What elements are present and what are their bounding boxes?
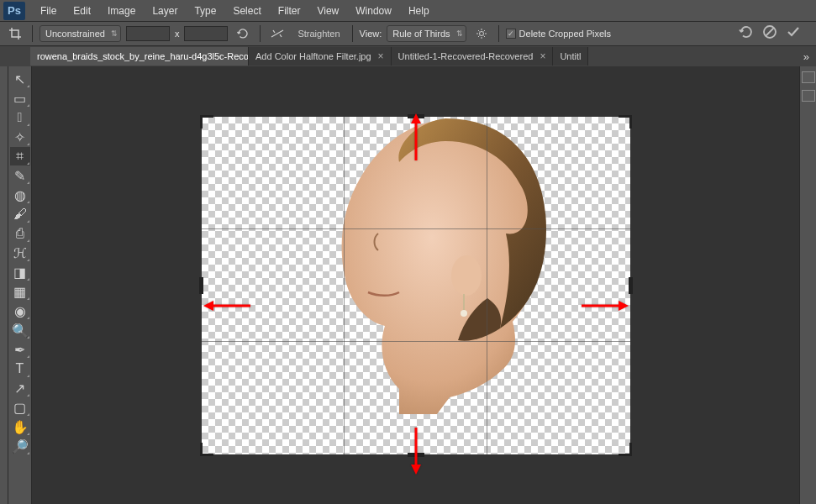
canvas-area[interactable] <box>32 66 799 504</box>
checkbox-icon: ✓ <box>506 29 516 39</box>
crop-handle-top-right[interactable] <box>619 115 632 129</box>
delete-cropped-pixels-checkbox[interactable]: ✓ Delete Cropped Pixels <box>506 29 611 39</box>
document-tab[interactable]: Untitled-1-Recovered-Recovered × <box>392 47 554 66</box>
crop-width-input[interactable] <box>126 26 170 41</box>
crop-tool[interactable]: ⌗ <box>10 147 30 165</box>
menu-layer[interactable]: Layer <box>144 2 186 20</box>
clone-stamp-tool[interactable]: ⎙ <box>10 224 30 243</box>
move-tool[interactable]: ↖ <box>10 70 30 88</box>
separator <box>32 25 33 42</box>
hand-tool[interactable]: ✋ <box>10 417 30 436</box>
view-label: View: <box>360 29 382 39</box>
svg-marker-9 <box>411 113 421 123</box>
commit-crop-icon[interactable] <box>786 24 801 43</box>
document-image <box>319 112 563 414</box>
tab-label: Add Color Halftone Filter.jpg <box>255 51 371 61</box>
main-workspace: ↖▭𓍯✧⌗✎◍🖌⎙ℋ◨▦◉🔍✒T↗▢✋🔎 <box>0 66 816 504</box>
application-menu-bar: Ps File Edit Image Layer Type Select Fil… <box>0 0 816 21</box>
crop-tool-icon[interactable] <box>5 25 25 42</box>
history-brush-tool[interactable]: ℋ <box>10 244 30 262</box>
tools-panel: ↖▭𓍯✧⌗✎◍🖌⎙ℋ◨▦◉🔍✒T↗▢✋🔎 <box>8 66 32 504</box>
menu-help[interactable]: Help <box>400 2 438 20</box>
panel-icon[interactable] <box>802 90 815 102</box>
svg-point-0 <box>479 32 483 36</box>
aspect-ratio-dropdown[interactable]: Unconstrained <box>39 25 121 42</box>
document-tab-active[interactable]: rowena_braids_stock_by_reine_haru-d4g3l5… <box>30 47 249 66</box>
crop-overlay-dropdown[interactable]: Rule of Thirds <box>387 25 466 42</box>
tab-label: Untitled-1-Recovered-Recovered <box>398 51 534 61</box>
dodge-tool[interactable]: 🔍 <box>10 321 30 339</box>
annotation-arrow-down <box>410 428 422 475</box>
panel-icon[interactable] <box>802 71 815 83</box>
brush-tool[interactable]: 🖌 <box>10 205 30 223</box>
document-tab[interactable]: Add Color Halftone Filter.jpg × <box>249 47 392 66</box>
shape-tool[interactable]: ▢ <box>10 398 30 417</box>
type-tool[interactable]: T <box>10 360 30 378</box>
zoom-tool[interactable]: 🔎 <box>10 437 30 455</box>
separator <box>498 25 499 42</box>
annotation-arrow-right <box>582 300 629 312</box>
menu-image[interactable]: Image <box>99 2 144 20</box>
crop-handle-bottom-left[interactable] <box>200 443 213 456</box>
crop-handle-right[interactable] <box>629 277 633 294</box>
separator <box>352 25 353 42</box>
path-select-tool[interactable]: ↗ <box>10 379 30 397</box>
commit-actions <box>739 24 811 43</box>
delete-cropped-pixels-label: Delete Cropped Pixels <box>519 29 611 39</box>
app-logo[interactable]: Ps <box>3 2 25 20</box>
pen-tool[interactable]: ✒ <box>10 340 30 359</box>
eyedropper-tool[interactable]: ✎ <box>10 166 30 185</box>
menu-type[interactable]: Type <box>186 2 224 20</box>
menu-view[interactable]: View <box>308 2 347 20</box>
tab-label: rowena_braids_stock_by_reine_haru-d4g3l5… <box>37 51 249 61</box>
close-icon[interactable]: × <box>540 50 545 62</box>
eraser-tool[interactable]: ◨ <box>10 263 30 281</box>
svg-marker-13 <box>203 301 213 311</box>
dimension-x-label: x <box>175 29 180 39</box>
menu-window[interactable]: Window <box>347 2 400 20</box>
tab-label: Untitl <box>560 51 581 61</box>
svg-line-2 <box>766 28 774 36</box>
crop-height-input[interactable] <box>184 26 228 41</box>
reset-crop-icon[interactable] <box>739 24 754 43</box>
cancel-crop-icon[interactable] <box>762 24 777 43</box>
svg-point-5 <box>451 255 482 296</box>
crop-handle-left[interactable] <box>199 277 203 294</box>
svg-point-6 <box>461 310 467 317</box>
tab-overflow-icon[interactable]: » <box>797 50 816 63</box>
crop-handle-bottom-right[interactable] <box>619 443 632 456</box>
close-icon[interactable]: × <box>378 50 384 62</box>
crop-handle-top-left[interactable] <box>200 115 213 129</box>
blur-tool[interactable]: ◉ <box>10 302 30 320</box>
crop-region[interactable] <box>202 117 630 454</box>
options-bar: Unconstrained x Straighten View: Rule of… <box>0 21 816 46</box>
magic-wand-tool[interactable]: ✧ <box>10 128 30 146</box>
healing-brush-tool[interactable]: ◍ <box>10 186 30 204</box>
annotation-arrow-up <box>410 113 422 160</box>
clear-aspect-icon[interactable] <box>233 25 253 42</box>
menu-select[interactable]: Select <box>224 2 269 20</box>
svg-marker-11 <box>411 465 421 475</box>
straighten-icon[interactable] <box>267 25 287 42</box>
crop-options-gear-icon[interactable] <box>471 25 492 42</box>
tool-strip-grip[interactable] <box>0 66 8 504</box>
gradient-tool[interactable]: ▦ <box>10 282 30 301</box>
lasso-tool[interactable]: 𓍯 <box>10 108 30 127</box>
marquee-tool[interactable]: ▭ <box>10 89 30 108</box>
menu-file[interactable]: File <box>32 2 65 20</box>
separator <box>260 25 261 42</box>
collapsed-panels-strip <box>799 66 816 504</box>
document-tab[interactable]: Untitl <box>553 47 588 66</box>
annotation-arrow-left <box>203 300 250 312</box>
straighten-button[interactable]: Straighten <box>292 27 345 40</box>
menu-edit[interactable]: Edit <box>65 2 99 20</box>
menu-filter[interactable]: Filter <box>270 2 309 20</box>
svg-marker-15 <box>619 301 629 311</box>
document-tabs-bar: rowena_braids_stock_by_reine_haru-d4g3l5… <box>0 46 816 66</box>
